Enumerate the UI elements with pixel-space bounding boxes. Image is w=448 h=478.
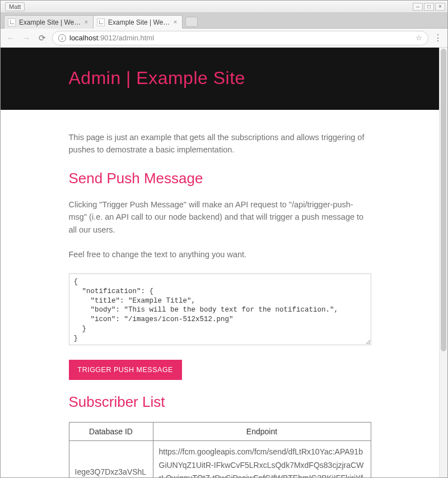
window-maximize-button[interactable]: □ <box>424 3 434 11</box>
col-database-id: Database ID <box>69 422 153 440</box>
address-bar[interactable]: i localhost:9012/admin.html ☆ <box>52 31 428 45</box>
profile-badge[interactable]: Matt <box>5 2 25 11</box>
table-row: Iege3Q7Dxz3aVShL https://fcm.googleapis.… <box>69 440 371 477</box>
browser-window: Matt – □ × Example Site | Web F × Exampl… <box>0 0 448 478</box>
new-tab-button[interactable] <box>185 17 198 27</box>
browser-menu-button[interactable]: ⋮ <box>433 33 443 43</box>
page-icon <box>97 18 105 26</box>
tab-strip: Example Site | Web F × Example Site | We… <box>1 13 447 29</box>
subscriber-table: Database ID Endpoint Iege3Q7Dxz3aVShL ht… <box>69 422 371 477</box>
window-minimize-button[interactable]: – <box>413 3 423 11</box>
page-title: Admin | Example Site <box>69 68 371 89</box>
payload-textarea[interactable] <box>69 273 371 345</box>
trigger-push-button[interactable]: TRIGGER PUSH MESSAGE <box>69 360 182 380</box>
url-host: localhost <box>69 34 98 42</box>
intro-text: This page is just an example that gets a… <box>69 131 371 156</box>
url-path: :9012/admin.html <box>98 34 154 42</box>
close-icon[interactable]: × <box>172 19 179 26</box>
page-content: Admin | Example Site This page is just a… <box>1 48 439 477</box>
url-text: localhost:9012/admin.html <box>69 34 154 42</box>
browser-toolbar: ← → ⟳ i localhost:9012/admin.html ☆ ⋮ <box>1 29 447 48</box>
subscriber-list-heading: Subscriber List <box>69 393 371 411</box>
page-icon <box>8 18 16 26</box>
tab-inactive[interactable]: Example Site | Web F × <box>4 15 94 29</box>
back-button[interactable]: ← <box>5 33 16 44</box>
cell-endpoint: https://fcm.googleapis.com/fcm/send/dfLt… <box>153 440 371 477</box>
send-push-description: Clicking "Trigger Push Message" will mak… <box>69 198 371 236</box>
tab-title: Example Site | Web F <box>108 18 172 26</box>
close-icon[interactable]: × <box>83 19 90 26</box>
cell-database-id: Iege3Q7Dxz3aVShL <box>69 440 153 477</box>
forward-button[interactable]: → <box>21 33 32 44</box>
send-push-heading: Send Push Message <box>69 170 371 187</box>
window-close-button[interactable]: × <box>435 3 445 11</box>
table-header-row: Database ID Endpoint <box>69 422 371 440</box>
reload-button[interactable]: ⟳ <box>36 33 48 44</box>
window-titlebar: Matt – □ × <box>1 1 447 13</box>
bookmark-icon[interactable]: ☆ <box>416 34 422 42</box>
site-info-icon[interactable]: i <box>58 34 66 42</box>
scrollbar-thumb[interactable] <box>441 49 446 351</box>
vertical-scrollbar[interactable] <box>439 48 447 477</box>
tab-title: Example Site | Web F <box>19 18 83 26</box>
page-viewport: Admin | Example Site This page is just a… <box>1 48 447 477</box>
col-endpoint: Endpoint <box>153 422 371 440</box>
tab-active[interactable]: Example Site | Web F × <box>93 15 183 29</box>
send-push-hint: Feel free to change the text to anything… <box>69 248 371 261</box>
page-header: Admin | Example Site <box>1 48 439 110</box>
